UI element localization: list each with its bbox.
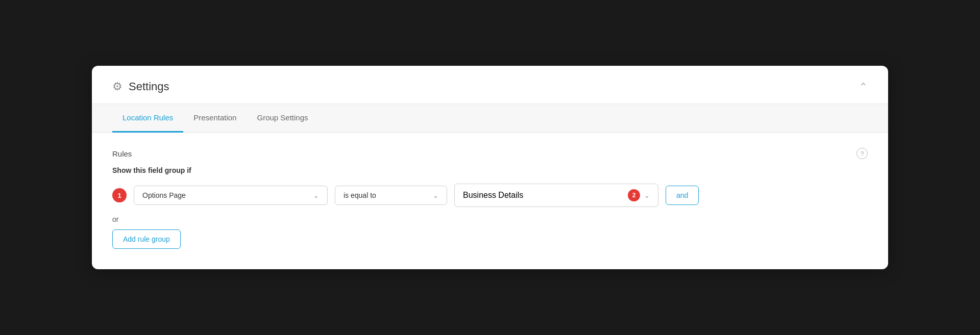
value-badge: 2 (628, 189, 640, 201)
rule-number-badge: 1 (112, 188, 127, 202)
help-icon[interactable]: ? (856, 148, 868, 159)
operator-select-text: is equal to (344, 191, 429, 199)
settings-panel: ⚙ Settings ⌃ Location Rules Presentation… (92, 66, 888, 269)
header-left: ⚙ Settings (112, 80, 169, 93)
value-chevron-down-icon: ⌄ (644, 192, 650, 199)
tab-location-rules[interactable]: Location Rules (112, 104, 183, 133)
rules-label: Rules (112, 149, 132, 158)
show-if-label: Show this field group if (112, 166, 868, 174)
operator-selector[interactable]: is equal to ⌄ (335, 186, 447, 205)
value-selector[interactable]: Business Details 2 ⌄ (454, 184, 658, 207)
settings-header: ⚙ Settings ⌃ (92, 66, 888, 104)
field-selector[interactable]: Options Page ⌄ (134, 186, 328, 205)
tab-presentation[interactable]: Presentation (183, 104, 247, 133)
field-select-text: Options Page (142, 191, 309, 199)
gear-icon: ⚙ (112, 80, 122, 93)
value-select-text: Business Details (463, 191, 624, 200)
tabs-bar: Location Rules Presentation Group Settin… (92, 104, 888, 133)
settings-title: Settings (129, 80, 169, 93)
or-label: or (112, 215, 868, 223)
rules-header: Rules ? (112, 148, 868, 159)
collapse-icon[interactable]: ⌃ (859, 81, 868, 93)
operator-chevron-down-icon: ⌄ (433, 192, 438, 199)
add-rule-group-button[interactable]: Add rule group (112, 229, 181, 249)
and-button[interactable]: and (666, 186, 699, 205)
rule-row: 1 Options Page ⌄ is equal to ⌄ Business … (112, 184, 868, 207)
content-area: Rules ? Show this field group if 1 Optio… (92, 133, 888, 269)
field-chevron-down-icon: ⌄ (313, 192, 319, 199)
tab-group-settings[interactable]: Group Settings (247, 104, 318, 133)
